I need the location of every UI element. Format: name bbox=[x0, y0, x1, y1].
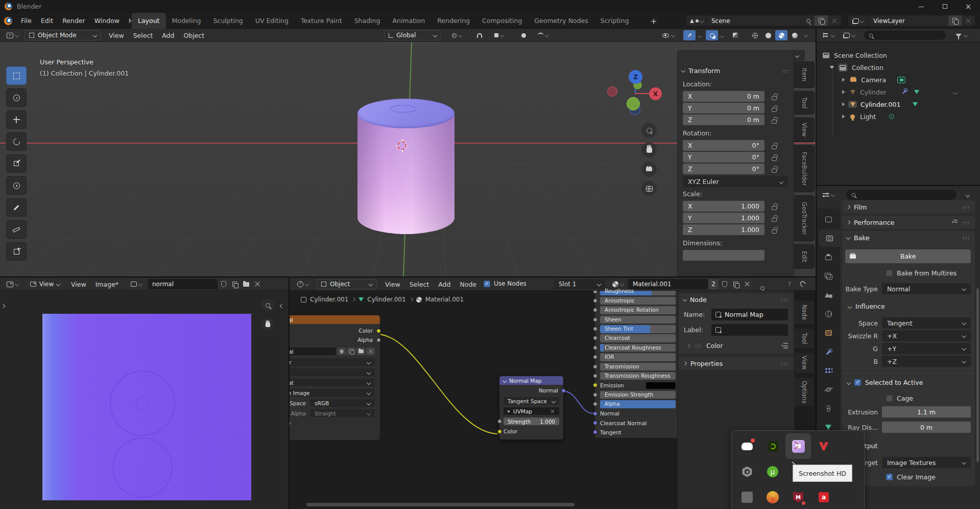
image-texture-node[interactable]: normal Color Alpha normal Linear Flat Re… bbox=[290, 315, 380, 441]
viewport-3d[interactable]: User Perspective (1) Collection | Cylind… bbox=[0, 42, 816, 276]
bsdf-input-row[interactable]: Anisotropic Anisotropic bbox=[595, 296, 681, 305]
go-to-parent-node-button[interactable]: ↑ bbox=[784, 279, 795, 289]
zoom-view-button[interactable] bbox=[641, 123, 657, 138]
lock-icon[interactable] bbox=[772, 157, 777, 161]
sidebar-tab[interactable]: Tool bbox=[794, 328, 815, 349]
fake-user-shield-icon[interactable] bbox=[719, 279, 730, 289]
scale-value-field[interactable]: Z1.000 bbox=[683, 224, 764, 235]
open-image-folder-icon[interactable] bbox=[356, 348, 365, 355]
outliner-row-scene-collection[interactable]: Scene Collection bbox=[817, 49, 980, 61]
properties-tab[interactable] bbox=[817, 362, 840, 379]
tray-icon-hidden-app[interactable] bbox=[760, 484, 785, 509]
normal-map-node-header[interactable]: Normal Map bbox=[499, 376, 563, 385]
gizmos-toggle[interactable]: ↗ bbox=[683, 30, 696, 40]
lock-icon[interactable] bbox=[772, 206, 777, 210]
xray-toggle[interactable] bbox=[729, 30, 742, 40]
properties-tab[interactable] bbox=[817, 286, 840, 304]
tray-icon-screenshot-hd[interactable] bbox=[785, 433, 811, 459]
tool-button[interactable] bbox=[6, 132, 27, 151]
bake-from-multires-checkbox[interactable] bbox=[886, 270, 893, 276]
properties-tab[interactable] bbox=[817, 343, 840, 360]
strength-input-socket[interactable] bbox=[497, 419, 502, 424]
workspace-tab[interactable]: Rendering bbox=[431, 13, 476, 29]
selected-to-active-header[interactable]: Selected to Active bbox=[847, 379, 975, 386]
open-image-folder-icon[interactable] bbox=[241, 279, 251, 289]
mode-dropdown[interactable]: Object Mode bbox=[25, 30, 101, 40]
unlink-image-icon[interactable] bbox=[366, 348, 375, 355]
tray-icon-nvidia[interactable] bbox=[760, 433, 785, 459]
overlays-dropdown-icon[interactable] bbox=[720, 34, 724, 38]
shading-wireframe-button[interactable] bbox=[749, 30, 761, 40]
menu-item[interactable]: Node bbox=[455, 281, 481, 288]
bsdf-input-row[interactable]: Sheen Tint Sheen Tint bbox=[595, 325, 681, 334]
rotation-mode-dropdown[interactable]: XYZ Euler bbox=[683, 176, 788, 187]
hide-eye-closed-icon[interactable] bbox=[952, 90, 959, 94]
orientation-dropdown[interactable]: Global bbox=[384, 30, 441, 40]
socket-icon[interactable] bbox=[593, 411, 597, 416]
menu-item[interactable]: Select bbox=[405, 281, 434, 288]
location-value-field[interactable]: X0 m bbox=[683, 91, 764, 102]
gizmo-x-negative-ball[interactable] bbox=[607, 86, 617, 97]
alpha-mode-dropdown[interactable]: Straight bbox=[310, 409, 375, 417]
bsdf-input-row[interactable]: Emission Emission bbox=[595, 381, 681, 390]
tray-icon-amd-adrenalin[interactable]: a bbox=[811, 484, 836, 509]
view-layer-icon[interactable] bbox=[848, 15, 869, 26]
workspace-tab[interactable]: Shading bbox=[348, 13, 387, 29]
bsdf-input-row[interactable]: Normal Normal bbox=[595, 409, 681, 418]
properties-tab[interactable] bbox=[817, 381, 840, 398]
uv-map-field[interactable]: UVMap bbox=[504, 407, 559, 415]
tray-icon-mcafee[interactable]: M bbox=[785, 484, 811, 509]
horizontal-scrollbar[interactable] bbox=[306, 503, 575, 506]
blender-menu-icon[interactable] bbox=[4, 17, 12, 25]
slot-dropdown[interactable]: Slot 1 bbox=[554, 279, 605, 289]
cylinder-object[interactable] bbox=[357, 99, 455, 234]
image-pan-button[interactable] bbox=[261, 318, 274, 331]
socket-icon[interactable] bbox=[593, 421, 597, 425]
sidebar-tab[interactable]: View bbox=[794, 118, 815, 142]
panel-grip-icon[interactable] bbox=[962, 236, 970, 240]
tool-button[interactable] bbox=[6, 88, 27, 107]
add-workspace-button[interactable]: + bbox=[648, 15, 660, 27]
lock-icon[interactable] bbox=[772, 169, 777, 173]
new-view-layer-button[interactable] bbox=[948, 15, 962, 26]
bsdf-input-row[interactable]: Clearcoat Roughness Clearcoat Roughness bbox=[595, 343, 681, 352]
bake-button[interactable]: Bake bbox=[845, 249, 971, 263]
tray-icon-utorrent[interactable]: µ bbox=[760, 459, 785, 484]
gizmo-x-axis-ball[interactable]: X bbox=[649, 87, 662, 100]
bsdf-input-row[interactable]: Tangent Tangent bbox=[595, 428, 681, 437]
location-value-field[interactable]: Z0 m bbox=[683, 114, 764, 125]
shading-dropdown-icon[interactable] bbox=[804, 33, 808, 37]
editor-type-outliner-icon[interactable] bbox=[820, 30, 838, 40]
node-color-subpanel[interactable]: Color bbox=[679, 336, 793, 350]
influence-subpanel-header[interactable]: Influence bbox=[848, 303, 975, 310]
properties-tab[interactable] bbox=[817, 211, 840, 228]
tool-button[interactable] bbox=[6, 66, 27, 85]
dimensions-value-field[interactable] bbox=[683, 250, 764, 261]
tool-button[interactable] bbox=[6, 110, 27, 129]
lock-icon[interactable] bbox=[772, 229, 777, 234]
disclosure-icon[interactable] bbox=[842, 90, 845, 94]
interpolation-dropdown[interactable]: Linear bbox=[290, 358, 375, 366]
extension-dropdown[interactable]: Repeat bbox=[290, 379, 375, 386]
editor-type-properties-icon[interactable] bbox=[819, 190, 838, 200]
duplicate-image-icon[interactable] bbox=[229, 279, 240, 289]
lock-icon[interactable] bbox=[772, 96, 777, 100]
tool-button[interactable] bbox=[6, 220, 27, 239]
output-subpanel-header[interactable]: Output bbox=[848, 442, 975, 450]
gizmo-z-axis-ball[interactable]: Z bbox=[629, 70, 642, 84]
sidebar-tab[interactable]: Options bbox=[794, 377, 815, 407]
socket-icon[interactable] bbox=[593, 430, 597, 434]
outliner-row-collection[interactable]: Collection bbox=[817, 61, 980, 74]
menu-item[interactable]: View bbox=[66, 281, 91, 288]
location-value-field[interactable]: Y0 m bbox=[683, 103, 764, 113]
properties-tab[interactable] bbox=[817, 267, 840, 285]
tray-icon-discord[interactable] bbox=[734, 433, 760, 459]
rotation-value-field[interactable]: Y0° bbox=[683, 152, 764, 163]
node-color-swatch[interactable] bbox=[694, 342, 702, 350]
socket-icon[interactable] bbox=[593, 402, 597, 406]
pan-view-button[interactable] bbox=[641, 142, 657, 157]
extrusion-field[interactable]: 1.1 m bbox=[882, 406, 971, 418]
bsdf-input-row[interactable]: Clearcoat Clearcoat bbox=[595, 334, 681, 343]
bsdf-input-row[interactable]: Transmission Roughness Transmission Roug… bbox=[595, 372, 681, 381]
node-label-field[interactable] bbox=[711, 324, 788, 336]
